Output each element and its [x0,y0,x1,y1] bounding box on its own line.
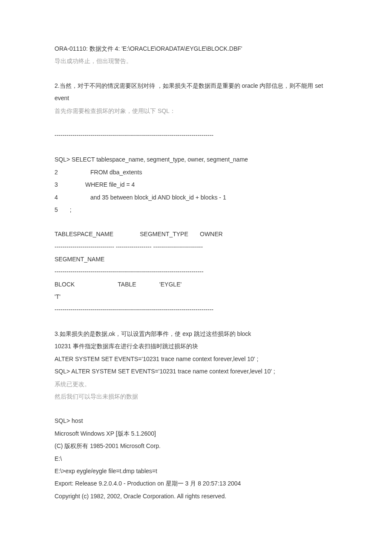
section-2-text: 2.当然，对于不同的情况需要区别对待 ，如果损失不是数据而是重要的 oracle… [55,80,337,105]
copyright-line: (C) 版权所有 1985-2001 Microsoft Corp. [55,440,337,452]
line-number: 5 [55,204,66,216]
line-number: 3 [55,179,66,191]
divider: ------------------------------ ---------… [55,241,337,253]
prompt-path: E:\ [55,453,337,465]
check-instruction: 首先你需要检查损坏的对象，使用以下 SQL： [55,105,337,117]
table-header-1: TABLESPACE_NAME SEGMENT_TYPE OWNER [55,228,337,240]
oracle-copyright: Copyright (c) 1982, 2002, Oracle Corpora… [55,490,337,503]
line-number: 4 [55,191,66,204]
divider: ----------------------------------------… [55,304,337,316]
sql-clause: and 35 between block_id AND block_id + b… [90,194,226,201]
system-message: 系统已更改。 [55,378,337,390]
export-instruction: 然后我们可以导出未损坏的数据 [55,390,337,403]
table-row: 'T' [55,291,337,303]
error-line: ORA-01110: 数据文件 4: 'E:\ORACLE\ORADATA\EY… [55,43,337,55]
event-description: 10231 事件指定数据库在进行全表扫描时跳过损坏的块 [55,340,337,353]
warning-text: 导出成功终止，但出现警告。 [55,55,337,67]
line-number: 2 [55,166,66,179]
divider: ----------------------------------------… [55,129,337,142]
sql-clause: WHERE file_id = 4 [85,181,135,188]
sql-line-1: SQL> SELECT tablespace_name, segment_typ… [55,153,337,166]
sql-line-3: 3WHERE file_id = 4 [55,179,337,191]
divider: ----------------------------------------… [55,266,337,278]
sql-clause: FROM dba_extents [90,169,142,176]
sql-line-2: 2FROM dba_extents [55,166,337,179]
sql-line-4: 4and 35 between block_id AND block_id + … [55,191,337,204]
sql-terminator: ; [70,206,72,213]
table-header-2: SEGMENT_NAME [55,253,337,266]
sql-line-5: 5 ; [55,204,337,216]
exp-command: E:\>exp eygle/eygle file=t.dmp tables=t [55,465,337,477]
table-row: BLOCK TABLE 'EYGLE' [55,278,337,291]
windows-version: Microsoft Windows XP [版本 5.1.2600] [55,428,337,440]
section-3-text: 3.如果损失的是数据,ok，可以设置内部事件，使 exp 跳过这些损坏的 blo… [55,328,337,340]
host-command: SQL> host [55,415,337,427]
sql-command: SQL> ALTER SYSTEM SET EVENTS='10231 trac… [55,365,337,378]
sql-command: ALTER SYSTEM SET EVENTS='10231 trace nam… [55,353,337,365]
document-page: ORA-01110: 数据文件 4: 'E:\ORACLE\ORADATA\EY… [0,0,392,528]
export-release: Export: Release 9.2.0.4.0 - Production o… [55,477,337,490]
